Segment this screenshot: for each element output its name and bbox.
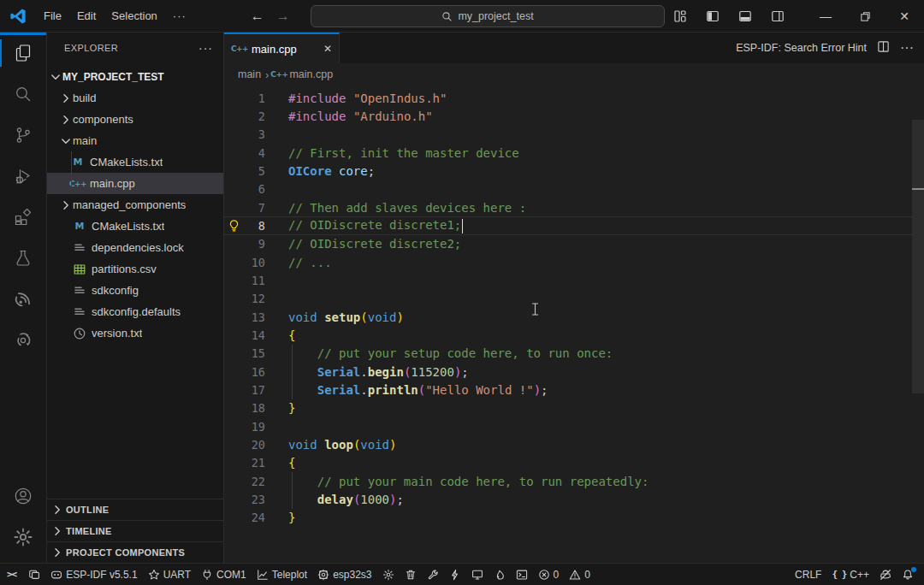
activitybar-accounts-account-icon[interactable] xyxy=(0,476,46,517)
editor-more-actions-button[interactable]: ··· xyxy=(900,40,914,56)
code-line-2[interactable]: 2#include "Arduino.h" xyxy=(224,107,924,125)
code-line-7[interactable]: 7// Then add slaves devices here : xyxy=(224,198,924,216)
menu-selection[interactable]: Selection xyxy=(104,5,164,27)
toggle-sidebar-icon[interactable] xyxy=(700,5,726,27)
tab-close-icon[interactable]: ✕ xyxy=(323,43,332,55)
code-line-14[interactable]: 14{ xyxy=(224,326,924,344)
tree-item-partitions-csv[interactable]: partitions.csv xyxy=(47,258,223,280)
code-line-24[interactable]: 24} xyxy=(224,509,924,527)
code-line-12[interactable]: 12 xyxy=(224,290,924,308)
tree-item-version-txt[interactable]: version.txt xyxy=(47,322,223,344)
code-line-10[interactable]: 10// ... xyxy=(224,253,924,271)
menu-edit[interactable]: Edit xyxy=(69,5,104,27)
code-line-21[interactable]: 21{ xyxy=(224,454,924,472)
customize-layout-icon[interactable] xyxy=(667,5,693,27)
code-line-3[interactable]: 3 xyxy=(224,126,924,144)
toggle-panel-icon[interactable] xyxy=(732,5,758,27)
status-flash[interactable] xyxy=(444,564,466,585)
tree-item-build[interactable]: build xyxy=(47,87,223,109)
status-teleplot[interactable]: Teleplot xyxy=(252,564,312,585)
code-line-4[interactable]: 4// First, init the master device xyxy=(224,144,924,162)
gutter-spacer xyxy=(228,438,241,452)
tree-item-dependencies-lock[interactable]: dependencies.lock xyxy=(47,237,223,258)
code-line-11[interactable]: 11 xyxy=(224,271,924,289)
menu-file[interactable]: File xyxy=(36,5,69,27)
code-line-18[interactable]: 18} xyxy=(224,399,924,417)
status-build-flash-monitor[interactable] xyxy=(489,564,511,585)
breadcrumb-item[interactable]: main.cpp xyxy=(289,68,333,80)
status-monitor[interactable] xyxy=(466,564,489,585)
breadcrumb[interactable]: main›C++main.cpp xyxy=(224,63,924,86)
close-button[interactable]: ✕ xyxy=(885,0,924,32)
code-line-5[interactable]: 5OICore core; xyxy=(224,162,924,180)
status-idf-terminal[interactable] xyxy=(511,564,533,585)
panel-timeline[interactable]: TIMELINE xyxy=(47,520,223,541)
status-device-target[interactable]: esp32s3 xyxy=(312,564,376,585)
code-text: // ... xyxy=(288,256,332,269)
scrollbar-thumb[interactable] xyxy=(912,120,924,393)
status-remote[interactable]: >< xyxy=(0,564,23,585)
tab-main-cpp[interactable]: C++ main.cpp ✕ xyxy=(224,32,340,63)
status-workspace-folder[interactable] xyxy=(23,564,45,585)
activitybar-settings-gear-icon[interactable] xyxy=(0,517,46,558)
toggle-secondary-sidebar-icon[interactable] xyxy=(765,5,791,27)
forward-arrow-icon[interactable]: → xyxy=(276,9,290,24)
tree-item-main-cpp[interactable]: C++main.cpp xyxy=(47,173,223,194)
code-line-13[interactable]: 13void setup(void) xyxy=(224,308,924,326)
code-line-22[interactable]: 22 // put your main code here, to run re… xyxy=(224,472,924,490)
activitybar-esp-idf-espressif-icon[interactable] xyxy=(0,279,46,320)
panel-project-components[interactable]: PROJECT COMPONENTS xyxy=(47,541,223,563)
activitybar-device-rings-rings-icon[interactable] xyxy=(0,320,46,361)
activitybar-source-control-scm-icon[interactable] xyxy=(0,115,46,156)
lightbulb-icon[interactable] xyxy=(228,219,241,233)
status-eol[interactable]: CRLF xyxy=(790,564,826,585)
tree-item-sdkconfig-defaults[interactable]: sdkconfig.defaults xyxy=(47,301,223,322)
code-line-17[interactable]: 17 Serial.println("Hello World !"); xyxy=(224,381,924,399)
code-line-19[interactable]: 19 xyxy=(224,417,924,435)
code-line-20[interactable]: 20void loop(void) xyxy=(224,435,924,453)
status-full-clean[interactable] xyxy=(400,564,422,585)
explorer-more-actions-button[interactable]: ··· xyxy=(198,41,213,55)
code-line-16[interactable]: 16 Serial.begin(115200); xyxy=(224,363,924,381)
status-serial-port[interactable]: COM1 xyxy=(196,564,252,585)
status-flash-method[interactable]: UART xyxy=(143,564,196,585)
minimize-button[interactable]: — xyxy=(806,0,845,32)
status-copilot[interactable] xyxy=(874,564,897,585)
activitybar-run-debug-debug-icon[interactable] xyxy=(0,156,46,197)
tree-item-sdkconfig[interactable]: sdkconfig xyxy=(47,280,223,301)
code-editor[interactable]: 1#include "OpenIndus.h"2#include "Arduin… xyxy=(224,86,924,563)
tree-item-main[interactable]: main xyxy=(47,130,223,151)
panel-outline[interactable]: OUTLINE xyxy=(47,499,223,520)
tree-item-components[interactable]: components xyxy=(47,109,223,130)
gutter: 5 xyxy=(224,164,288,178)
menu-more-button[interactable]: ··· xyxy=(165,9,194,22)
activitybar-search-search-icon[interactable] xyxy=(0,74,46,115)
tree-item-managed-components[interactable]: managed_components xyxy=(47,194,223,216)
split-editor-icon[interactable] xyxy=(877,40,890,56)
activitybar-testing-beaker-icon[interactable] xyxy=(0,238,46,279)
code-line-6[interactable]: 6 xyxy=(224,180,924,198)
status-notifications[interactable] xyxy=(897,564,919,585)
restore-button[interactable] xyxy=(845,0,885,32)
activitybar-extensions-extensions-icon[interactable] xyxy=(0,197,46,238)
code-line-1[interactable]: 1#include "OpenIndus.h" xyxy=(224,89,924,107)
status-espidf-version[interactable]: ESP-IDF v5.5.1 xyxy=(45,564,142,585)
status-errors[interactable]: 0 xyxy=(533,564,565,585)
back-arrow-icon[interactable]: ← xyxy=(251,9,264,24)
editor-scrollbar[interactable] xyxy=(912,87,924,563)
activitybar-explorer-files-icon[interactable] xyxy=(0,32,46,74)
sidebar-title: EXPLORER xyxy=(64,43,118,53)
command-center-search[interactable]: my_project_test xyxy=(311,5,665,27)
status-warnings[interactable]: 0 xyxy=(564,564,595,585)
status-build[interactable] xyxy=(422,564,444,585)
code-line-8[interactable]: 8// OIDiscrete discrete1; xyxy=(224,216,924,234)
status-language-mode[interactable]: { }C++ xyxy=(826,564,874,585)
tree-item-cmakelists-txt[interactable]: MCMakeLists.txt xyxy=(47,151,223,173)
status-sdk-config[interactable] xyxy=(377,564,400,585)
code-line-23[interactable]: 23 delay(1000); xyxy=(224,490,924,508)
tree-item-cmakelists-txt[interactable]: MCMakeLists.txt xyxy=(47,216,223,237)
code-line-15[interactable]: 15 // put your setup code here, to run o… xyxy=(224,345,924,363)
code-line-9[interactable]: 9// OIDiscrete discrete2; xyxy=(224,235,924,253)
tree-item-my-project-test[interactable]: MY_PROJECT_TEST xyxy=(47,66,223,87)
breadcrumb-item[interactable]: main xyxy=(238,68,261,80)
